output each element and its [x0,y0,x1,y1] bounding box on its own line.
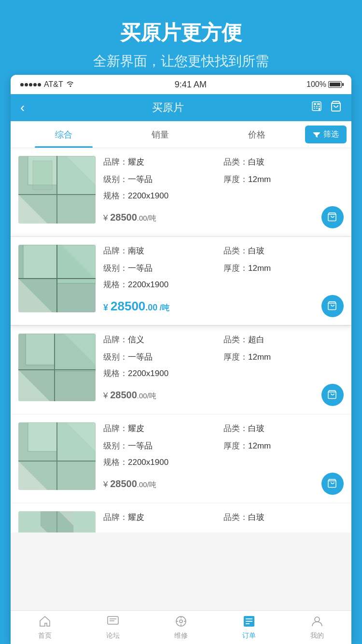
svg-rect-2 [314,106,315,107]
svg-marker-35 [57,422,96,461]
price-3: ¥ 28500.00/吨 [103,390,156,401]
product-list: 品牌：耀皮 品类：白玻 级别：一等品 厚度：12mm 规格：2200x1900 … [11,148,351,610]
add-to-cart-3[interactable] [321,384,344,406]
product-card-2: 品牌：南玻 品类：白玻 级别：一等品 厚度：12mm 规格：2200x1900 … [11,237,351,325]
tab-label-home: 首页 [38,631,52,640]
add-to-cart-4[interactable] [321,473,344,495]
product-info-3: 品牌：信义 品类：超白 级别：一等品 厚度：12mm 规格：2200x1900 … [103,334,344,406]
status-time: 9:41 AM [175,80,207,90]
tab-item-order[interactable]: 订单 [215,615,283,640]
svg-marker-34 [28,422,57,451]
svg-marker-21 [57,245,96,283]
svg-rect-5 [316,108,318,109]
price-1: ¥ 28500.00/吨 [103,212,156,223]
svg-rect-6 [319,106,320,107]
promo-subtitle: 全新界面，让您更快找到所需 [10,52,352,70]
tab-bar: 首页 论坛 维修 订单 我的 [11,610,351,644]
product-info-1: 品牌：耀皮 品类：白玻 级别：一等品 厚度：12mm 规格：2200x1900 … [103,156,344,228]
product-image-4 [18,422,96,490]
promo-title: 买原片更方便 [10,19,352,46]
filter-button[interactable]: 筛选 [305,126,347,143]
svg-marker-13 [57,156,96,195]
calculator-icon[interactable] [311,100,322,115]
nav-title: 买原片 [152,100,184,115]
carrier: AT&T [44,80,63,89]
back-button[interactable]: ‹ [20,100,25,115]
price-2: ¥ 28500.00 /吨 [103,299,169,314]
order-icon [243,615,255,630]
svg-rect-3 [314,108,315,109]
forum-icon [107,615,119,630]
product-card-5: 品牌：耀皮 品类：白玻 [11,504,351,532]
sort-item-sales[interactable]: 销量 [112,121,209,148]
product-card-3: 品牌：信义 品类：超白 级别：一等品 厚度：12mm 规格：2200x1900 … [11,326,351,414]
svg-rect-7 [319,108,320,111]
tab-label-me: 我的 [310,631,324,640]
product-image-5 [18,511,96,532]
svg-rect-8 [317,103,320,105]
home-icon [39,615,51,630]
product-card-1: 品牌：耀皮 品类：白玻 级别：一等品 厚度：12mm 规格：2200x1900 … [11,148,351,236]
tab-label-repair: 维修 [174,631,188,640]
svg-marker-27 [26,334,55,365]
product-image-1 [18,156,96,224]
tab-item-forum[interactable]: 论坛 [79,615,147,640]
tab-item-repair[interactable]: 维修 [147,615,215,640]
product-info-2: 品牌：南玻 品类：白玻 级别：一等品 厚度：12mm 规格：2200x1900 … [103,245,344,317]
battery-icon [328,81,342,88]
signal-dots [20,83,41,86]
svg-rect-1 [314,103,316,105]
add-to-cart-2[interactable] [321,295,344,317]
product-card-4: 品牌：耀皮 品类：白玻 级别：一等品 厚度：12mm 规格：2200x1900 … [11,415,351,503]
svg-rect-4 [316,106,318,107]
tab-item-me[interactable]: 我的 [283,615,351,640]
status-right: 100% [306,80,342,89]
price-4: ¥ 28500.00/吨 [103,478,156,490]
cart-icon[interactable] [330,100,342,115]
wifi-icon [66,80,75,89]
sort-item-price[interactable]: 价格 [209,121,305,148]
sort-item-comprehensive[interactable]: 综合 [15,121,112,148]
me-icon [311,615,323,630]
status-bar: AT&T 9:41 AM 100% [11,75,351,94]
repair-icon [175,615,187,630]
svg-rect-42 [108,616,118,624]
status-left: AT&T [20,80,75,89]
product-image-3 [18,334,96,401]
tab-label-order: 订单 [242,631,256,640]
promo-area: 买原片更方便 全新界面，让您更快找到所需 [0,0,362,80]
svg-marker-16 [33,161,52,190]
svg-point-54 [315,617,320,622]
product-image-2 [18,245,96,312]
svg-marker-20 [23,245,57,279]
phone-frame: AT&T 9:41 AM 100% ‹ 买原片 综合 [11,75,351,644]
sort-bar: 综合 销量 价格 筛选 [11,121,351,148]
svg-marker-28 [55,334,96,371]
nav-bar: ‹ 买原片 [11,94,351,121]
product-info-5: 品牌：耀皮 品类：白玻 [103,511,344,529]
tab-item-home[interactable]: 首页 [11,615,79,640]
battery-percent: 100% [306,80,326,89]
tab-label-forum: 论坛 [106,631,120,640]
product-info-4: 品牌：耀皮 品类：白玻 级别：一等品 厚度：12mm 规格：2200x1900 … [103,422,344,495]
nav-icons [311,100,342,115]
add-to-cart-1[interactable] [321,206,344,228]
